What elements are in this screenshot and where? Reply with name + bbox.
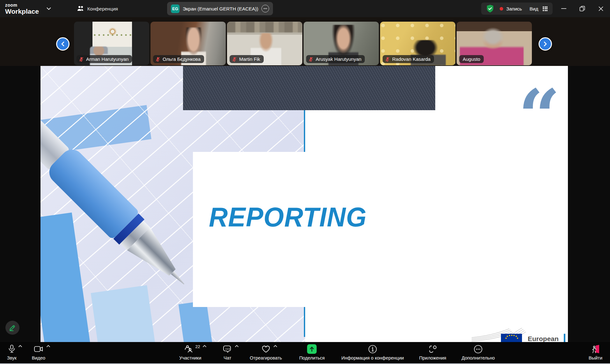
more-label: Дополнительно: [461, 355, 495, 360]
participant-name: Arusyak Harutyunyan: [316, 56, 361, 62]
apps-label: Приложения: [419, 355, 446, 360]
participants-chevron[interactable]: [202, 345, 207, 347]
security-shield-icon[interactable]: [486, 4, 494, 13]
mic-muted-icon: [232, 57, 237, 62]
zoom-workplace-logo: zoom Workplace: [5, 3, 51, 15]
close-button[interactable]: [592, 0, 610, 17]
mic-muted-icon: [79, 57, 84, 62]
leave-door-icon: [591, 345, 600, 353]
participant-name-chip: Martin Fik: [230, 55, 264, 63]
workplace-logo-text: Workplace: [5, 8, 39, 15]
leave-label: Выйти: [589, 355, 602, 360]
heart-icon: [261, 345, 270, 353]
filmstrip-prev-button[interactable]: [56, 37, 70, 51]
leave-button[interactable]: Выйти: [589, 344, 602, 360]
maximize-button[interactable]: [573, 0, 592, 17]
chat-chevron[interactable]: [235, 345, 239, 347]
view-button-label[interactable]: Вид: [530, 6, 538, 11]
chat-button[interactable]: Чат: [223, 344, 232, 360]
share-label: Поделиться: [299, 355, 325, 360]
video-filmstrip: Arman Harutyunyan Ольга Бєдункова: [0, 17, 610, 66]
chat-label: Чат: [224, 355, 231, 360]
participant-name-chip: Arusyak Harutyunyan: [306, 55, 365, 63]
presentation-slide: REPORTING “ European: [40, 66, 568, 342]
annotate-button[interactable]: [5, 321, 19, 335]
react-button[interactable]: Отреагировать: [250, 344, 282, 360]
participant-name: Augusto: [463, 56, 480, 62]
more-ellipsis-icon: [474, 345, 482, 353]
participant-name-chip: Radovan Kasarda: [383, 55, 434, 63]
audio-options-chevron[interactable]: [18, 345, 22, 347]
zoom-logo-text: zoom: [5, 3, 39, 7]
mic-muted-icon: [155, 57, 160, 62]
tab-screen-share[interactable]: EG Экран (Emanuel GERTH (EACEA)): [167, 2, 273, 15]
participants-label: Участники: [179, 355, 201, 360]
participants-icon: [184, 345, 193, 353]
filmstrip-next-button[interactable]: [539, 37, 552, 51]
share-screen-icon: [307, 344, 317, 354]
participant-name: Ольга Бєдункова: [163, 56, 201, 62]
meeting-toolbar: Звук Видео: [0, 342, 610, 364]
tab-meeting-label: Конференция: [87, 6, 118, 11]
mic-muted-icon: [385, 57, 390, 62]
react-label: Отреагировать: [250, 355, 282, 360]
participants-button[interactable]: 22 Участники: [179, 344, 204, 360]
minimize-button[interactable]: [555, 0, 573, 17]
recording-dot-icon: [500, 7, 503, 11]
people-icon: [77, 5, 84, 12]
tab-meeting[interactable]: Конференция: [73, 2, 153, 15]
share-button[interactable]: Поделиться: [299, 344, 325, 360]
video-button[interactable]: Видео: [32, 344, 45, 360]
meeting-info-label: Информация о конференции: [341, 355, 404, 360]
participant-tiles: Arman Harutyunyan Ольга Бєдункова: [74, 22, 532, 65]
tab-options-ellipsis-icon[interactable]: [261, 5, 269, 12]
apps-button[interactable]: Приложения: [419, 344, 446, 360]
audio-button[interactable]: Звук: [7, 344, 17, 360]
apps-icon: [429, 345, 437, 353]
camera-icon: [34, 345, 43, 353]
window-controls: [555, 0, 610, 17]
meeting-status-pill: Запись Вид: [481, 3, 553, 15]
view-grid-icon[interactable]: [543, 6, 548, 11]
video-tile-martin[interactable]: Martin Fik: [227, 22, 302, 65]
microphone-icon: [8, 345, 15, 353]
video-tile-radovan[interactable]: Radovan Kasarda: [380, 22, 455, 65]
presenter-initials-badge: EG: [171, 4, 180, 13]
chat-icon: [223, 345, 232, 353]
video-tile-arman[interactable]: Arman Harutyunyan: [74, 22, 149, 65]
participant-name: Arman Harutyunyan: [86, 56, 129, 62]
shared-screen-stage: REPORTING “ European: [0, 66, 610, 342]
participant-name: Radovan Kasarda: [392, 56, 430, 62]
eu-logo-text: European: [528, 335, 559, 342]
recording-label[interactable]: Запись: [506, 6, 522, 11]
participant-name: Martin Fik: [239, 56, 260, 62]
hatched-banner: [183, 66, 435, 110]
european-commission-logo: European: [472, 327, 567, 342]
react-chevron[interactable]: [273, 345, 277, 347]
tab-screen-label: Экран (Emanuel GERTH (EACEA)): [183, 6, 258, 11]
participant-name-chip: Arman Harutyunyan: [77, 55, 132, 63]
title-bar: zoom Workplace Конференция EG Экран (Ema…: [0, 0, 610, 17]
video-tile-augusto[interactable]: Augusto: [457, 22, 532, 65]
info-icon: [368, 345, 377, 353]
audio-label: Звук: [7, 355, 17, 360]
video-options-chevron[interactable]: [46, 345, 50, 347]
video-label: Видео: [32, 355, 45, 360]
video-tile-arusyak[interactable]: Arusyak Harutyunyan: [304, 22, 379, 65]
slide-title: REPORTING: [209, 202, 367, 233]
video-tile-olga[interactable]: Ольга Бєдункова: [151, 22, 226, 65]
chevron-down-icon[interactable]: [47, 7, 51, 10]
meeting-info-button[interactable]: Информация о конференции: [341, 344, 404, 360]
participants-count: 22: [195, 344, 200, 349]
quote-mark-icon: “: [518, 66, 560, 186]
participant-name-chip: Augusto: [459, 55, 484, 63]
mic-muted-icon: [308, 57, 313, 62]
participant-name-chip: Ольга Бєдункова: [153, 55, 204, 63]
more-button[interactable]: Дополнительно: [461, 344, 495, 360]
